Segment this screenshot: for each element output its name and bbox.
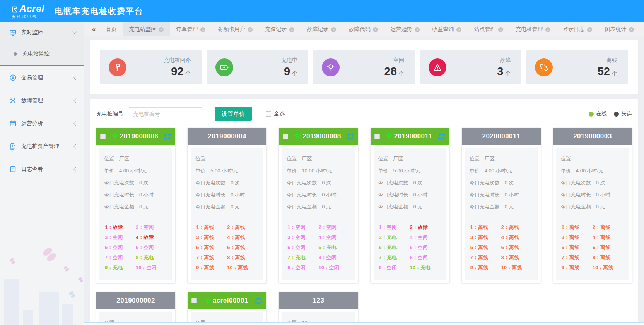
- tab-item[interactable]: 访问日志 ×: [640, 22, 644, 36]
- pile-card-body: 位置： 单价：4.00 小时/元 今日充电次数：0 次 今日充电时长：0 小时: [553, 145, 632, 283]
- sidebar-item-label: 故障管理: [21, 97, 74, 104]
- port-status: 7：充电: [287, 253, 318, 263]
- tab-close-icon[interactable]: ×: [373, 27, 378, 32]
- pile-card-header[interactable]: acrel00001: [188, 292, 266, 309]
- pile-card-header[interactable]: 2020000011: [462, 128, 541, 145]
- active-dot-icon: [14, 52, 17, 56]
- tab-label: 订单管理: [176, 26, 198, 33]
- legend-label: 在线: [596, 110, 607, 117]
- pile-info-list: 位置：厂区 单价：5.00 小时/元 今日充电次数：0 次 今日充电时长：0 小…: [378, 153, 442, 213]
- tab-item[interactable]: 站点管理 ×: [468, 22, 509, 36]
- port-status: 10：离线: [593, 263, 624, 273]
- pile-info-line: 今日充电金额：0 元: [195, 201, 259, 213]
- tab-item[interactable]: 收益查询 ×: [426, 22, 468, 36]
- pile-card-header[interactable]: 2019000002: [96, 292, 175, 309]
- port-status: 4：故障: [136, 232, 167, 242]
- logo-text: Acrel: [19, 4, 44, 14]
- sidebar-item-pile-asset-mgmt[interactable]: 充电桩资产管理: [0, 135, 84, 158]
- pile-number-input[interactable]: [129, 107, 202, 120]
- pile-card: 2019000008: [279, 128, 358, 283]
- tab-close-icon[interactable]: ×: [498, 27, 503, 32]
- refresh-icon[interactable]: [255, 297, 263, 305]
- port-status: 10：离线: [501, 263, 532, 273]
- tab-label: 图表统计: [605, 26, 626, 33]
- tab-item[interactable]: 故障记录 ×: [301, 22, 342, 36]
- tab-close-icon[interactable]: ×: [545, 27, 550, 32]
- sidebar-item-label: 运营分析: [21, 120, 74, 127]
- tab-item[interactable]: 运营趋势 ×: [384, 22, 426, 36]
- tab-item[interactable]: 充值记录 ×: [259, 22, 301, 36]
- pile-port-grid: 1：空闲 2：故障 3：充电 4：空闲 5：充电: [378, 222, 442, 273]
- sidebar-item-log-view[interactable]: 日志查看: [0, 158, 84, 181]
- port-status: 6：充电: [318, 242, 349, 253]
- tab-item[interactable]: 订单管理 ×: [170, 22, 212, 36]
- select-all-checkbox[interactable]: [266, 111, 271, 117]
- pile-card-header[interactable]: 2019000003: [553, 128, 632, 145]
- stat-value: 28: [384, 65, 397, 77]
- tab-close-icon[interactable]: ×: [629, 27, 634, 32]
- port-status: 10：充电: [410, 263, 441, 273]
- stat-label: 故障: [446, 57, 511, 64]
- tab-close-icon[interactable]: ×: [331, 27, 336, 32]
- chevron-left-icon: [73, 98, 78, 103]
- tab-item[interactable]: 充电桩管理 ×: [509, 22, 557, 36]
- stat-label: 空闲: [340, 57, 404, 64]
- pile-select-checkbox[interactable]: [100, 134, 106, 139]
- tab-item[interactable]: 登录日志 ×: [557, 22, 598, 36]
- sidebar-item-realtime-monitor[interactable]: 实时监控: [0, 22, 84, 43]
- sidebar-item-transaction-mgmt[interactable]: 交易管理: [0, 66, 84, 89]
- pile-card-header[interactable]: 2019000008: [279, 128, 358, 145]
- tab-close-icon[interactable]: ×: [200, 27, 205, 32]
- tab-close-icon[interactable]: ×: [248, 27, 253, 32]
- horizontal-scrollbar[interactable]: [84, 322, 644, 325]
- port-status: 5：离线: [562, 242, 593, 253]
- pile-card-header[interactable]: 123: [279, 292, 358, 309]
- refresh-icon[interactable]: [163, 132, 171, 141]
- refresh-icon[interactable]: [437, 132, 446, 141]
- pile-card: 2019000011: [371, 128, 449, 283]
- port-status: 5：充电: [379, 242, 410, 253]
- sidebar-item-label: 充电桩资产管理: [21, 143, 74, 150]
- pile-card: 2019000002: [96, 292, 175, 325]
- sidebar-subitem-station-monitor[interactable]: 充电站监控: [0, 43, 84, 65]
- pile-select-checkbox[interactable]: [191, 298, 197, 303]
- tab-item[interactable]: 射频卡用户 ×: [212, 22, 259, 36]
- pile-info-line: 位置：: [195, 153, 259, 165]
- pile-card: 2020000011: [462, 128, 541, 283]
- tools-icon: [9, 97, 17, 104]
- sidebar-item-operation-analysis[interactable]: 运营分析: [0, 112, 84, 135]
- refresh-icon[interactable]: [346, 132, 354, 141]
- tab-close-icon[interactable]: ×: [159, 27, 164, 32]
- stat-label: 充电中: [233, 57, 298, 64]
- stat-label: 充电桩回路: [126, 57, 191, 64]
- monitor-icon: [9, 29, 17, 36]
- port-status: 5：离线: [470, 242, 501, 253]
- tab-item[interactable]: 首页 ×: [99, 22, 123, 36]
- acrel-logo-mark-icon: [12, 6, 18, 13]
- tab-close-icon[interactable]: ×: [415, 27, 420, 32]
- pile-select-checkbox[interactable]: [283, 134, 288, 139]
- set-price-button[interactable]: 设置单价: [215, 107, 252, 121]
- pile-info-line: 今日充电次数：0 次: [287, 177, 350, 189]
- tab-close-icon[interactable]: ×: [587, 27, 592, 32]
- pile-card-header[interactable]: 2019000004: [188, 128, 266, 145]
- wifi-online-icon: [203, 296, 212, 305]
- chevron-left-icon: [73, 167, 78, 171]
- sidebar-item-fault-mgmt[interactable]: 故障管理: [0, 89, 84, 112]
- tab-item[interactable]: 故障代码 ×: [342, 22, 384, 36]
- tabs-collapse-icon[interactable]: «: [88, 26, 99, 33]
- pile-card-header[interactable]: 2019000006: [96, 128, 175, 145]
- divider: [379, 218, 441, 218]
- port-status: 8：空闲: [318, 253, 349, 263]
- pile-select-checkbox[interactable]: [374, 134, 380, 139]
- pile-card-header[interactable]: 2019000011: [371, 128, 449, 145]
- port-status: 1：故障: [105, 222, 136, 232]
- stat-unit: 个: [186, 70, 191, 76]
- tab-item[interactable]: 充电站监控 ×: [123, 22, 170, 36]
- charging-pile-icon: [9, 143, 17, 150]
- tab-close-icon[interactable]: ×: [456, 27, 461, 32]
- stats-panel: 充电桩回路 92个 充电中 9个: [90, 40, 638, 94]
- tab-close-icon[interactable]: ×: [289, 27, 294, 32]
- tab-item[interactable]: 图表统计 ×: [598, 22, 640, 36]
- select-all-control[interactable]: 全选: [266, 110, 285, 117]
